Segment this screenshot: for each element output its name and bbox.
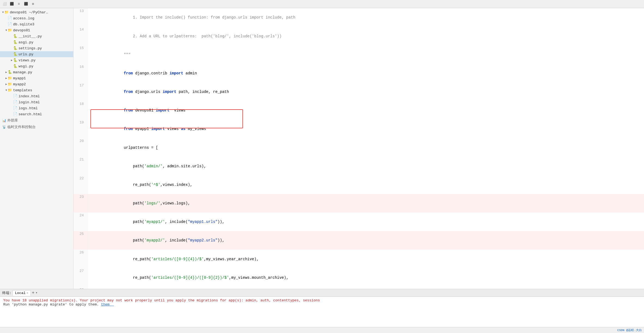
line-number: 20 bbox=[74, 138, 87, 157]
sidebar-item-temp-files[interactable]: 📡 临时文件和控制台 bbox=[0, 124, 73, 130]
file-icon-logs-html: 📄 bbox=[13, 106, 17, 110]
line-number: 22 bbox=[74, 175, 87, 194]
sidebar-item-settings-py[interactable]: 🐍 settings.py bbox=[0, 45, 73, 51]
sidebar-project-root[interactable]: ▼ 📁 devops01 ~/PyChar… bbox=[0, 9, 73, 15]
sidebar-item-login-html[interactable]: 📄 login.html bbox=[0, 99, 73, 105]
access-log-label: access.log bbox=[13, 16, 34, 20]
sidebar-item-myapp1[interactable]: ▶ 📁 myapp1 bbox=[0, 75, 73, 81]
line-content[interactable]: path('myapp2/', include("myapp2.urls")), bbox=[87, 231, 644, 250]
sidebar-item-asgi-py[interactable]: 🐍 asgi.py bbox=[0, 39, 73, 45]
terminal-label: 终端: bbox=[2, 290, 11, 295]
line-content[interactable]: from django.contrib import admin bbox=[87, 64, 644, 83]
line-content[interactable]: from myapp1 import views as my_views bbox=[87, 120, 644, 138]
table-row: 24 path('myapp1/', include("myapp1.urls"… bbox=[74, 213, 644, 231]
expand-icon: ▼ bbox=[2, 11, 4, 14]
line-content[interactable]: re_path('articles/([0-9]{4})/$',my_views… bbox=[87, 250, 644, 268]
sidebar-item-devops01-folder[interactable]: ▼ 📁 devops01 bbox=[0, 27, 73, 33]
file-icon-manage: 🐍 bbox=[8, 70, 12, 74]
table-row: 16 from django.contrib import admin bbox=[74, 64, 644, 83]
urls-py-label: urls.py bbox=[19, 52, 34, 56]
asgi-py-label: asgi.py bbox=[19, 40, 34, 44]
folder-icon: 📁 bbox=[4, 10, 9, 14]
line-content[interactable]: from devops01 import views bbox=[87, 101, 644, 120]
terminal-content[interactable]: You have 18 unapplied migration(s). Your… bbox=[0, 297, 644, 327]
file-icon-log: 📄 bbox=[8, 16, 12, 20]
expand-icon-myapp1: ▶ bbox=[5, 77, 7, 80]
table-row: 27 re_path('articles/([0-9]{4})/([0-9]{2… bbox=[74, 268, 644, 287]
line-number: 18 bbox=[74, 101, 87, 120]
terminal-tab-local[interactable]: Local ✕ bbox=[13, 290, 31, 296]
expand-icon-templates: ▼ bbox=[5, 89, 7, 92]
sidebar-item-external-libs[interactable]: 📊 外部库 bbox=[0, 117, 73, 124]
table-row: 23 path('logs/',views.logs), bbox=[74, 194, 644, 213]
close-icon[interactable]: ✕ bbox=[27, 291, 28, 295]
status-source: CSDN @远程.大白 bbox=[617, 328, 642, 332]
sidebar-item-views-py[interactable]: ▶ 🐍 views.py bbox=[0, 57, 73, 63]
terminal-tab-label: Local bbox=[15, 291, 26, 295]
sidebar-item-search-html[interactable]: 📄 search.html bbox=[0, 111, 73, 117]
line-number: 23 bbox=[74, 194, 87, 213]
toolbar-icon-3[interactable]: ≡ bbox=[16, 2, 21, 7]
line-number: 21 bbox=[74, 157, 87, 175]
toolbar-icon-1[interactable]: ⬜ bbox=[2, 2, 7, 7]
login-html-label: login.html bbox=[19, 100, 40, 104]
file-icon-login-html: 📄 bbox=[13, 100, 17, 104]
table-row: 19 from myapp1 import views as my_views bbox=[74, 120, 644, 138]
editor-area: 13 1. Import the include() function: fro… bbox=[74, 8, 644, 289]
line-content[interactable]: urlpatterns = [ bbox=[87, 138, 644, 157]
sidebar-item-db-sqlite[interactable]: 📄 db.sqlite3 bbox=[0, 21, 73, 27]
terminal-dropdown-icon[interactable]: ▾ bbox=[35, 291, 37, 295]
terminal-link-them[interactable]: them _ bbox=[101, 302, 114, 307]
table-row: 22 re_path('^$',views.index), bbox=[74, 175, 644, 194]
line-content[interactable]: re_path('^$',views.index), bbox=[87, 175, 644, 194]
file-icon-index-html: 📄 bbox=[13, 94, 17, 98]
myapp1-label: myapp1 bbox=[13, 76, 26, 80]
terminal-warning-line1: You have 18 unapplied migration(s). Your… bbox=[3, 298, 641, 302]
status-right: CSDN @远程.大白 bbox=[617, 328, 642, 332]
external-libs-label: 外部库 bbox=[7, 118, 18, 123]
line-number: 28 bbox=[74, 287, 87, 289]
add-terminal-button[interactable]: + bbox=[32, 290, 35, 295]
line-content[interactable]: re_path('articles/([0-9]{4})/([0-9]{2})/… bbox=[87, 287, 644, 289]
line-content[interactable]: path('logs/',views.logs), bbox=[87, 194, 644, 213]
line-number: 26 bbox=[74, 250, 87, 268]
sidebar-item-init-py[interactable]: 🐍 __init__.py bbox=[0, 33, 73, 39]
file-icon-asgi: 🐍 bbox=[13, 40, 17, 44]
line-content[interactable]: """ bbox=[87, 45, 644, 64]
line-content[interactable]: re_path('articles/([0-9]{4})/([0-9]{2})/… bbox=[87, 268, 644, 287]
table-row: 26 re_path('articles/([0-9]{4})/$',my_vi… bbox=[74, 250, 644, 268]
sidebar-item-access-log[interactable]: 📄 access.log bbox=[0, 15, 73, 21]
devops01-folder-icon: 📁 bbox=[8, 28, 12, 32]
toolbar-icon-4[interactable]: ⬛ bbox=[23, 2, 28, 7]
table-row: 25 path('myapp2/', include("myapp2.urls"… bbox=[74, 231, 644, 250]
bottom-panel: 终端: Local ✕ + ▾ You have 18 unapplied mi… bbox=[0, 289, 644, 327]
myapp1-folder-icon: 📁 bbox=[8, 76, 12, 80]
sidebar-item-myapp2[interactable]: ▶ 📁 myapp2 bbox=[0, 81, 73, 87]
sidebar-item-logs-html[interactable]: 📄 logs.html bbox=[0, 105, 73, 111]
line-number: 17 bbox=[74, 83, 87, 101]
sidebar-item-manage-py[interactable]: ▶ 🐍 manage.py bbox=[0, 69, 73, 75]
line-number: 24 bbox=[74, 213, 87, 231]
sidebar-item-urls-py[interactable]: 🐍 urls.py bbox=[0, 51, 73, 57]
line-content[interactable]: path('admin/', admin.site.urls), bbox=[87, 157, 644, 175]
line-content[interactable]: from django.urls import path, include, r… bbox=[87, 83, 644, 101]
table-row: 28 re_path('articles/([0-9]{4})/([0-9]{2… bbox=[74, 287, 644, 289]
sidebar-item-index-html[interactable]: 📄 index.html bbox=[0, 93, 73, 99]
toolbar-icon-5[interactable]: ⚙ bbox=[31, 2, 35, 7]
toolbar-icon-2[interactable]: ⬛ bbox=[9, 2, 14, 7]
sidebar-item-wsgi-py[interactable]: 🐍 wsgi.py bbox=[0, 63, 73, 69]
line-content[interactable]: path('myapp1/', include("myapp1.urls")), bbox=[87, 213, 644, 231]
external-libs-icon: 📊 bbox=[2, 119, 6, 123]
myapp2-folder-icon: 📁 bbox=[8, 82, 12, 86]
index-html-label: index.html bbox=[19, 94, 40, 98]
devops01-folder-label: devops01 bbox=[13, 28, 30, 32]
status-bar: CSDN @远程.大白 bbox=[0, 327, 644, 333]
code-container[interactable]: 13 1. Import the include() function: fro… bbox=[74, 8, 644, 289]
terminal-warning-line2: Run 'python manage.py migrate' to apply … bbox=[3, 302, 641, 307]
sidebar-item-templates[interactable]: ▼ 📁 templates bbox=[0, 87, 73, 93]
line-number: 19 bbox=[74, 120, 87, 138]
top-toolbar: ⬜ ⬛ ≡ ⬛ ⚙ bbox=[0, 0, 644, 8]
line-content[interactable]: 1. Import the include() function: from d… bbox=[87, 8, 644, 27]
line-content[interactable]: 2. Add a URL to urlpatterns: path('blog/… bbox=[87, 27, 644, 45]
line-number: 27 bbox=[74, 268, 87, 287]
